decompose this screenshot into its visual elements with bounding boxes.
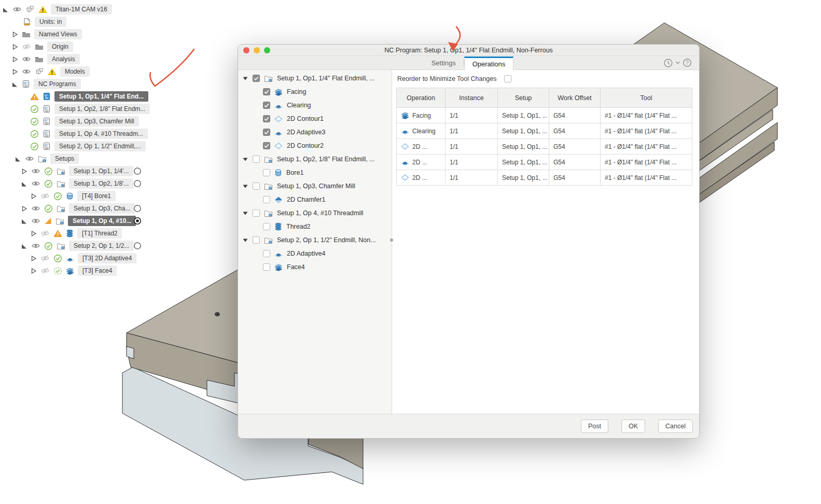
cancel-button[interactable]: Cancel bbox=[658, 419, 693, 433]
history-clock-icon[interactable] bbox=[663, 58, 673, 68]
operations-group-row[interactable]: Setup 1, Op 4, #10 Threadmill bbox=[238, 206, 392, 220]
operations-group-row[interactable]: Setup 1, Op1, 1/4" Flat Endmill, ... bbox=[238, 72, 392, 85]
setup-active-radio-icon[interactable] bbox=[133, 204, 142, 213]
close-window-button[interactable] bbox=[243, 47, 249, 53]
browser-row[interactable]: [T1] Thread2 bbox=[30, 227, 122, 240]
expander-expanded-icon[interactable] bbox=[2, 6, 9, 13]
expander-collapsed-icon[interactable] bbox=[21, 205, 27, 212]
browser-row[interactable]: [T3] Face4 bbox=[30, 264, 117, 277]
eye-icon[interactable] bbox=[31, 180, 40, 187]
table-row[interactable]: 2D ...1/1Setup 1, Op1, ...G54#1 - Ø1/4" … bbox=[397, 155, 692, 170]
expander-expanded-icon[interactable] bbox=[21, 180, 27, 187]
browser-item-label[interactable]: NC Programs bbox=[34, 79, 81, 89]
expander-expanded-icon[interactable] bbox=[21, 243, 27, 249]
browser-item-label[interactable]: Setup 2, Op 1, 1/2" Endmill,... bbox=[54, 141, 146, 151]
browser-item-label[interactable]: Origin bbox=[47, 41, 73, 52]
checkbox[interactable] bbox=[263, 88, 270, 95]
checkbox[interactable] bbox=[263, 196, 270, 203]
browser-item-label[interactable]: Setup 1, Op2, 1/8'... bbox=[69, 178, 133, 189]
expander-collapsed-icon[interactable] bbox=[30, 230, 37, 237]
expander-collapsed-icon[interactable] bbox=[11, 44, 18, 50]
chevron-down-icon[interactable] bbox=[675, 61, 680, 65]
expander-expanded-icon[interactable] bbox=[11, 81, 18, 88]
checkbox[interactable] bbox=[253, 156, 260, 163]
browser-item-label[interactable]: Setup 2, Op 1, 1/2... bbox=[69, 241, 134, 251]
operation-row[interactable]: 2D Chamfer1 bbox=[238, 193, 392, 206]
operation-row[interactable]: 2D Contour2 bbox=[238, 139, 392, 152]
checkbox[interactable] bbox=[263, 102, 270, 109]
eye-icon[interactable] bbox=[31, 205, 40, 212]
checkbox[interactable] bbox=[263, 129, 270, 136]
eye-off-icon[interactable] bbox=[40, 267, 50, 274]
browser-item-label[interactable]: Units: in bbox=[35, 17, 66, 27]
table-row[interactable]: Clearing1/1Setup 1, Op1, ...G54#1 - Ø1/4… bbox=[397, 123, 692, 139]
browser-item-label[interactable]: Setup 1, Op 4, #10 Threadm... bbox=[54, 129, 148, 139]
browser-row[interactable]: Setups bbox=[15, 152, 79, 165]
operation-row[interactable]: Clearing bbox=[238, 99, 392, 112]
checkbox[interactable] bbox=[263, 115, 270, 122]
setup-active-radio-icon[interactable] bbox=[133, 217, 142, 225]
expander-collapsed-icon[interactable] bbox=[30, 193, 37, 200]
checkbox[interactable] bbox=[253, 75, 260, 82]
browser-item-label[interactable]: Named Views bbox=[34, 29, 82, 39]
checkbox[interactable] bbox=[263, 223, 270, 230]
operation-row[interactable]: Facing bbox=[238, 85, 392, 99]
eye-icon[interactable] bbox=[22, 68, 31, 75]
browser-row[interactable]: GSetup 1, Op1, 1/4" Flat End... bbox=[30, 90, 148, 103]
browser-row[interactable]: GNC Programs bbox=[11, 78, 81, 90]
eye-off-icon[interactable] bbox=[22, 43, 31, 50]
browser-item-label[interactable]: Setup 1, Op2, 1/8" Flat Endm... bbox=[54, 104, 150, 114]
browser-item-label[interactable]: Setup 1, Op1, 1/4" Flat End... bbox=[54, 91, 148, 102]
browser-item-label[interactable]: [T3] Face4 bbox=[78, 265, 117, 276]
expander-collapsed-icon[interactable] bbox=[30, 255, 37, 262]
browser-row[interactable]: Analysis bbox=[11, 53, 80, 65]
eye-icon[interactable] bbox=[31, 217, 40, 225]
checkbox[interactable] bbox=[253, 236, 260, 244]
operation-row[interactable]: Face4 bbox=[238, 260, 392, 274]
help-icon[interactable]: ? bbox=[683, 58, 692, 67]
checkbox[interactable] bbox=[263, 250, 270, 257]
reorder-checkbox[interactable] bbox=[504, 75, 511, 82]
browser-row[interactable]: GSetup 1, Op2, 1/8" Flat Endm... bbox=[30, 103, 150, 115]
browser-row[interactable]: GSetup 1, Op3, Chamfer Mill bbox=[30, 115, 139, 128]
setup-active-radio-icon[interactable] bbox=[133, 242, 142, 250]
eye-off-icon[interactable] bbox=[40, 230, 50, 237]
browser-row[interactable]: [T3] 2D Adaptive4 bbox=[30, 252, 136, 264]
operation-row[interactable]: 2D Adaptive3 bbox=[238, 125, 392, 139]
setup-active-radio-icon[interactable] bbox=[133, 167, 142, 175]
browser-item-label[interactable]: Setups bbox=[50, 153, 79, 164]
browser-row[interactable]: [T4] Bore1 bbox=[30, 190, 116, 202]
browser-row[interactable]: Units: in bbox=[23, 16, 66, 28]
checkbox[interactable] bbox=[263, 142, 270, 149]
expander-expanded-icon[interactable] bbox=[21, 218, 27, 225]
checkbox[interactable] bbox=[263, 169, 270, 176]
browser-row[interactable]: Models bbox=[11, 65, 90, 78]
browser-item-label[interactable]: [T1] Thread2 bbox=[77, 228, 122, 239]
ok-button[interactable]: OK bbox=[621, 419, 645, 433]
panel-splitter-handle[interactable] bbox=[390, 239, 393, 242]
expander-collapsed-icon[interactable] bbox=[11, 31, 18, 38]
browser-item-label[interactable]: Analysis bbox=[47, 54, 80, 64]
expander-collapsed-icon[interactable] bbox=[30, 268, 37, 274]
checkbox[interactable] bbox=[263, 263, 270, 271]
browser-row[interactable]: Setup 1, Op 4, #10... bbox=[21, 215, 136, 227]
checkbox[interactable] bbox=[253, 209, 260, 217]
browser-row[interactable]: Setup 1, Op1, 1/4'... bbox=[21, 165, 133, 177]
browser-item-label[interactable]: Setup 1, Op 4, #10... bbox=[68, 216, 136, 226]
expander-expanded-icon[interactable] bbox=[15, 156, 21, 162]
expander-collapsed-icon[interactable] bbox=[11, 68, 18, 75]
minimize-window-button[interactable] bbox=[254, 47, 260, 53]
browser-row[interactable]: GSetup 2, Op 1, 1/2" Endmill,... bbox=[30, 140, 146, 152]
eye-off-icon[interactable] bbox=[40, 255, 50, 262]
operation-row[interactable]: 2D Contour1 bbox=[238, 112, 392, 125]
operation-row[interactable]: Thread2 bbox=[238, 220, 392, 233]
browser-row[interactable]: Titan-1M CAM v16 bbox=[2, 3, 112, 16]
eye-icon[interactable] bbox=[25, 155, 34, 162]
browser-item-label[interactable]: [T4] Bore1 bbox=[77, 191, 116, 201]
expander-collapsed-icon[interactable] bbox=[21, 168, 27, 175]
operation-row[interactable]: Bore1 bbox=[238, 166, 392, 179]
table-row[interactable]: 2D ...1/1Setup 1, Op1, ...G54#1 - Ø1/4" … bbox=[397, 139, 692, 155]
operations-group-row[interactable]: Setup 1, Op2, 1/8" Flat Endmill, ... bbox=[238, 152, 392, 166]
eye-icon[interactable] bbox=[22, 55, 31, 63]
browser-item-label[interactable]: [T3] 2D Adaptive4 bbox=[78, 253, 136, 263]
